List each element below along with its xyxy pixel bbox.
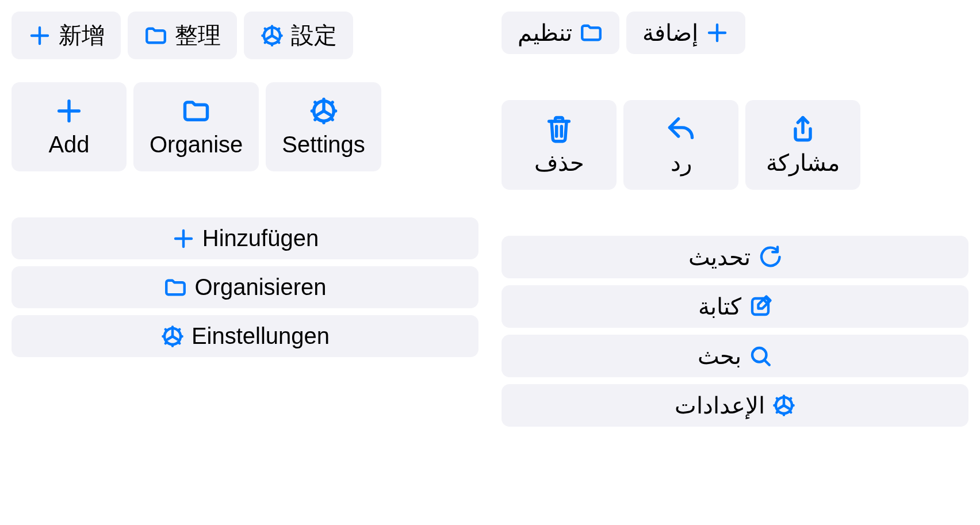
list-arabic: تحديث كتابة بحث الإعدادات (502, 236, 968, 427)
settings-button-de[interactable]: Einstellungen (12, 315, 478, 357)
organise-button-de[interactable]: Organisieren (12, 266, 478, 308)
add-label: إضافة (642, 20, 698, 46)
reply-icon (666, 114, 696, 144)
reply-label: رد (671, 150, 692, 176)
folder-icon (144, 24, 168, 48)
refresh-label: تحديث (688, 244, 751, 270)
share-icon (788, 114, 818, 144)
share-label: مشاركة (766, 150, 840, 176)
settings-button-ar[interactable]: الإعدادات (502, 384, 968, 427)
folder-icon (181, 96, 211, 126)
search-icon (748, 344, 772, 368)
organise-label: Organisieren (194, 274, 326, 300)
settings-label: Settings (282, 132, 365, 158)
add-button-de[interactable]: Hinzufügen (12, 217, 478, 259)
plus-icon (171, 227, 196, 251)
add-button-en[interactable]: Add (12, 82, 127, 171)
add-button-ar[interactable]: إضافة (626, 12, 745, 54)
reply-button-ar[interactable]: رد (623, 100, 738, 190)
delete-button-ar[interactable]: حذف (502, 100, 617, 190)
delete-label: حذف (534, 150, 584, 176)
plus-icon (54, 96, 84, 126)
refresh-icon (757, 245, 782, 269)
organise-button-zh[interactable]: 整理 (128, 12, 237, 59)
organise-button-ar[interactable]: تنظيم (502, 12, 619, 54)
row-arabic-top: إضافة تنظيم (502, 12, 968, 54)
share-button-ar[interactable]: مشاركة (745, 100, 860, 190)
compose-icon (748, 294, 772, 319)
trash-icon (544, 114, 574, 144)
add-label: 新增 (59, 20, 105, 51)
gear-icon (160, 324, 185, 348)
settings-label: Einstellungen (192, 323, 330, 349)
plus-icon (705, 21, 729, 45)
list-german: Hinzufügen Organisieren Einstellungen (12, 217, 478, 357)
gear-icon (309, 96, 339, 126)
organise-button-en[interactable]: Organise (133, 82, 259, 171)
settings-button-zh[interactable]: 設定 (244, 12, 353, 59)
row-chinese: 新增 整理 設定 (12, 12, 478, 59)
gear-icon (260, 24, 284, 48)
compose-label: كتابة (698, 293, 741, 320)
compose-button-ar[interactable]: كتابة (502, 285, 968, 328)
row-english: Add Organise Settings (12, 82, 478, 171)
settings-label: الإعدادات (675, 392, 765, 419)
add-label: Add (48, 132, 89, 158)
organise-label: 整理 (175, 20, 221, 51)
add-label: Hinzufügen (202, 225, 319, 251)
organise-label: Organise (150, 132, 243, 158)
search-button-ar[interactable]: بحث (502, 335, 968, 377)
refresh-button-ar[interactable]: تحديث (502, 236, 968, 278)
gear-icon (772, 393, 796, 417)
plus-icon (28, 24, 52, 48)
add-button-zh[interactable]: 新增 (12, 12, 121, 59)
organise-label: تنظيم (518, 20, 572, 46)
row-arabic-mid: مشاركة رد حذف (502, 100, 968, 190)
folder-icon (579, 21, 603, 45)
folder-icon (163, 275, 187, 300)
settings-label: 設定 (291, 20, 337, 51)
settings-button-en[interactable]: Settings (266, 82, 381, 171)
search-label: بحث (698, 343, 741, 369)
